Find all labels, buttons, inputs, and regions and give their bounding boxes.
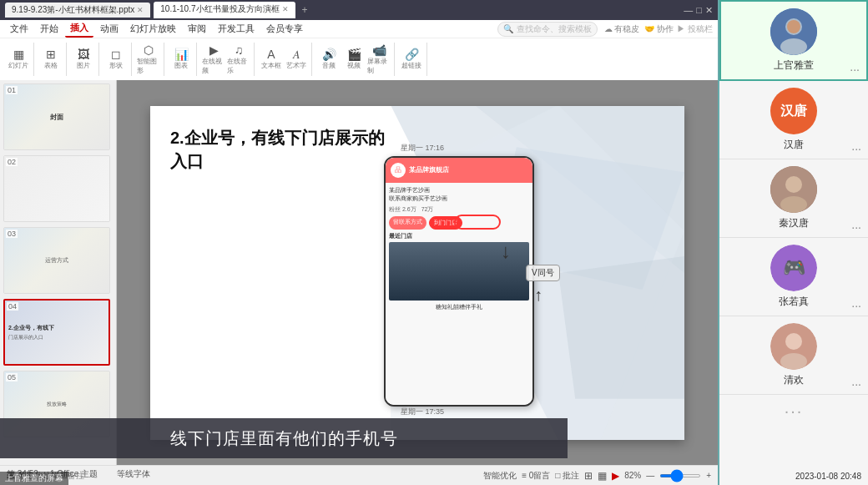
phone-desc: 某品牌手艺沙画联系商家购买手艺沙画 [389, 186, 529, 203]
slide-2-content [4, 156, 109, 221]
close-btn[interactable]: ✕ [705, 5, 713, 16]
participants-more-btn[interactable]: ··· [719, 395, 868, 427]
annotation-arrow-up: ↑ [534, 285, 542, 305]
tool-online-video[interactable]: ▶ 在线视频 [202, 48, 225, 71]
participant-1-more[interactable]: ··· [850, 63, 860, 76]
search-placeholder: 查找命令、搜索模板 [517, 23, 592, 35]
tool-group-image: 🖼 图片 [68, 43, 99, 76]
status-bar-right: 智能优化 ≡ 0留言 □ 批注 ⊞ ▦ ▶ 82% — + [483, 470, 711, 482]
smart-optimize[interactable]: 智能优化 [483, 470, 517, 482]
add-tab-btn[interactable]: + [302, 4, 308, 16]
main-slide-area: 2.企业号，有线下门店展示的 入口 星期一 17:16 品 某品牌旗舰店 [117, 80, 718, 465]
zoom-out-btn[interactable]: — [646, 471, 654, 480]
search-box[interactable]: 🔍 查找命令、搜索模板 [497, 22, 598, 37]
time-display: 2023-01-08 20:48 [792, 471, 865, 482]
menu-devtools[interactable]: 开发工具 [213, 21, 260, 37]
tab-2[interactable]: 10.1-10.7小红书量投及方向演框 ✕ [154, 2, 295, 18]
status-bar: ☰ 单击此处添加备注 智能优化 ≡ 0留言 □ 批注 ⊞ ▦ ▶ 82% — +… [0, 465, 718, 485]
slide-thumb-3[interactable]: 03 运营方式 [3, 227, 110, 294]
subtitle-bar: 线下门店里面有他们的手机号 [0, 418, 568, 458]
content-area: 01 封面 02 03 运营方式 [0, 80, 718, 465]
slide-thumb-2[interactable]: 02 [3, 155, 110, 222]
phone-mockup: 品 某品牌旗舰店 某品牌手艺沙画联系商家购买手艺沙画 粉丝 2.6万72万 留联… [384, 156, 534, 407]
tool-arttext[interactable]: 𝐴 艺术字 [285, 48, 308, 71]
tab-1-close[interactable]: ✕ [137, 6, 144, 14]
participant-3-more[interactable]: ··· [851, 220, 861, 234]
tool-chart[interactable]: 📊 图表 [169, 48, 193, 71]
svg-point-5 [785, 176, 802, 193]
view-play[interactable]: ▶ [612, 470, 619, 482]
participant-3[interactable]: 秦汉唐 ··· [719, 159, 868, 238]
menu-insert[interactable]: 插入 [65, 20, 93, 38]
slide-num-1: 01 [6, 86, 18, 94]
tab-2-close[interactable]: ✕ [282, 5, 289, 13]
view-outline[interactable]: ▦ [598, 470, 607, 482]
svg-marker-16 [558, 255, 684, 398]
slide-4-content: 2.企业号，有线下 门店展示的入口 [5, 301, 108, 364]
sync-info: 🤝 协作 [644, 23, 674, 35]
main-presentation-area: 9.19-9.23第-小红书材料框架.pptx ✕ 10.1-10.7小红书量投… [0, 0, 718, 485]
tool-slide[interactable]: ▦ 幻灯片 [7, 48, 30, 71]
view-normal[interactable]: ⊞ [584, 470, 593, 482]
audio-icon: 🔊 [322, 48, 336, 60]
menu-file[interactable]: 文件 [5, 21, 33, 37]
tool-video[interactable]: 🎬 视频 [342, 48, 366, 71]
slide-num-5: 05 [6, 373, 18, 381]
tool-screen-record[interactable]: 📹 屏幕录制 [367, 48, 391, 71]
participant-5-more[interactable]: ··· [851, 377, 861, 391]
menu-animation[interactable]: 动画 [95, 21, 124, 37]
annotation-count: □ 批注 [555, 470, 579, 482]
avatar-2-text: 汉唐 [780, 103, 807, 120]
annotation-v-label: V同号 [526, 265, 560, 281]
tool-audio[interactable]: 🔊 音频 [317, 48, 341, 71]
slide-canvas: 2.企业号，有线下门店展示的 入口 星期一 17:16 品 某品牌旗舰店 [150, 106, 684, 440]
participant-1[interactable]: 上官雅萱 ··· [719, 0, 868, 81]
slide-thumb-4[interactable]: 04 2.企业号，有线下 门店展示的入口 [3, 299, 110, 366]
avatar-5 [770, 323, 817, 370]
tool-table[interactable]: ⊞ 表格 [39, 48, 63, 71]
hyperlink-icon: 🔗 [405, 48, 419, 60]
annotation-arrow-down: ↓ [501, 240, 511, 263]
participant-5[interactable]: 清欢 ··· [719, 316, 868, 395]
menu-slideshow[interactable]: 幻灯片放映 [125, 21, 181, 37]
menu-review[interactable]: 审阅 [183, 21, 211, 37]
more-icon: ··· [785, 402, 804, 421]
tool-hyperlink[interactable]: 🔗 超链接 [400, 48, 423, 71]
menu-home[interactable]: 开始 [35, 21, 63, 37]
participant-4[interactable]: 🎮 张若真 ··· [719, 238, 868, 316]
zoom-slider[interactable] [659, 474, 701, 477]
participant-2[interactable]: 汉唐 汉唐 ··· [719, 81, 868, 159]
slide-thumb-1[interactable]: 01 封面 [3, 83, 110, 150]
annotation-circle [454, 215, 501, 230]
tool-group-slide: ▦ 幻灯片 [3, 43, 34, 76]
avatar-3 [770, 166, 817, 213]
tab-1[interactable]: 9.19-9.23第-小红书材料框架.pptx ✕ [5, 3, 150, 18]
minimize-btn[interactable]: — [684, 5, 693, 15]
video-icon: 🎬 [347, 48, 361, 60]
slide-3-content: 运营方式 [4, 228, 109, 293]
textbox-icon: A [267, 48, 275, 60]
svg-point-2 [780, 38, 807, 55]
participant-4-more[interactable]: ··· [851, 299, 861, 312]
tool-shape[interactable]: ◻ 形状 [104, 48, 128, 71]
slide-title: 2.企业号，有线下门店展示的 入口 [170, 126, 385, 173]
menu-bar: 文件 开始 插入 动画 幻灯片放映 审阅 开发工具 会员专享 🔍 查找命令、搜索… [0, 20, 718, 38]
tool-smart[interactable]: ⬡ 智能图形 [137, 48, 160, 71]
tool-online-music[interactable]: ♫ 在线音乐 [227, 48, 250, 71]
participant-2-name: 汉唐 [784, 138, 804, 152]
slide-num-2: 02 [6, 158, 18, 166]
tab-1-label: 9.19-9.23第-小红书材料框架.pptx [12, 4, 134, 16]
participant-5-name: 清欢 [784, 373, 804, 387]
annotation-v-text: V同号 [532, 268, 554, 277]
chart-icon: 📊 [174, 48, 189, 60]
ribbon-toolbar: ▦ 幻灯片 ⊞ 表格 🖼 图片 ◻ 形状 ⬡ 智能图形 [0, 38, 718, 80]
tool-image[interactable]: 🖼 图片 [72, 48, 95, 71]
maximize-btn[interactable]: □ [696, 5, 702, 15]
menu-member[interactable]: 会员专享 [261, 21, 308, 37]
zoom-in-btn[interactable]: + [706, 471, 711, 480]
shape-icon: ◻ [111, 48, 121, 60]
tool-group-text: A 文本框 𝐴 艺术字 [256, 43, 312, 76]
tool-group-chart: 📊 图表 [166, 43, 197, 76]
participant-2-more[interactable]: ··· [851, 142, 861, 155]
tool-textbox[interactable]: A 文本框 [260, 48, 283, 71]
